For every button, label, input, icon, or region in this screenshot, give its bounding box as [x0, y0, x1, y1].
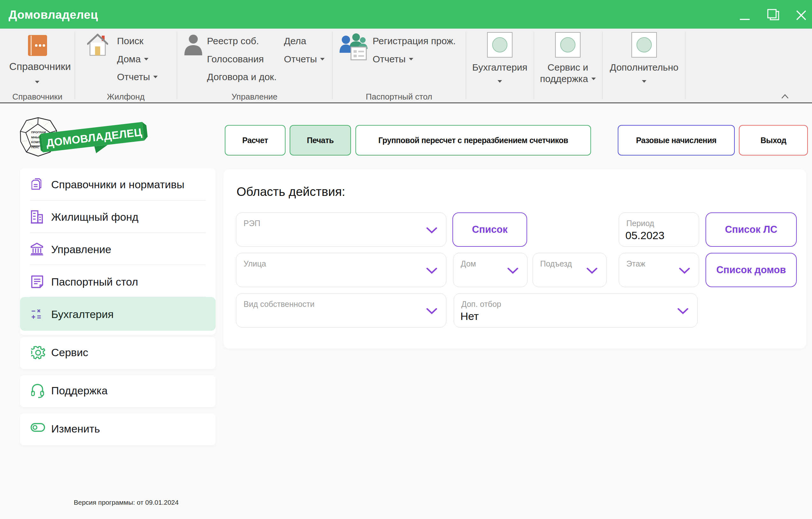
svg-text:ЛЕКС: ЛЕКС: [31, 145, 39, 149]
svg-text:КОМП: КОМП: [31, 140, 40, 144]
